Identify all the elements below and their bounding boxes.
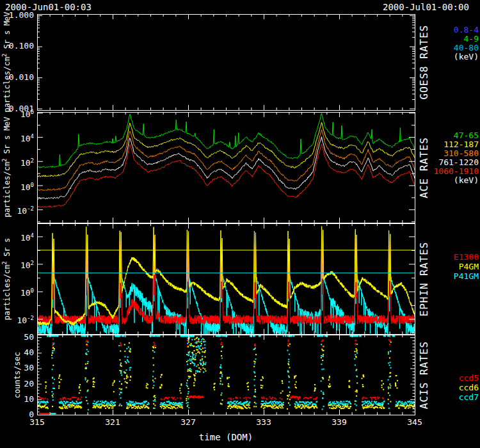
ace-legend-item-2: 310-580 — [396, 149, 479, 158]
goes8-legend-item-2: 40-80 — [396, 44, 479, 52]
x-tick-4: 339 — [326, 418, 352, 427]
ephin-legend-item-2: P41GM — [396, 271, 479, 281]
ace-ytick-1: 104 — [0, 132, 34, 143]
ephin-ytick-1: 102 — [0, 259, 34, 270]
ephin-ytick-0: 104 — [0, 231, 34, 243]
ace-legend-item-0: 47-65 — [396, 131, 479, 140]
goes8-ytick-1: 0.100 — [0, 42, 34, 51]
legend-goes8: 0.8-44-940-80(keV) — [396, 26, 479, 61]
legend-acis: ccd5ccd6ccd7 — [396, 373, 479, 402]
ace-ytick-3: 100 — [0, 180, 34, 192]
acis-scatter — [36, 335, 415, 414]
acis-legend-item-2: ccd7 — [396, 392, 479, 402]
goes8-ytick-2: 0.010 — [0, 73, 34, 82]
acis-ytick-2: 30 — [0, 364, 34, 372]
ephin-legend-item-0: E1300 — [396, 252, 479, 262]
acis-ytick-1: 40 — [0, 348, 34, 357]
x-tick-5: 345 — [402, 418, 428, 427]
x-axis-title: time (DOM) — [181, 432, 271, 442]
right-title: 2000-Jul01-00:00 — [383, 2, 469, 12]
ephin-ytick-3: 10-2 — [0, 314, 34, 325]
ephin-ytick-2: 100 — [0, 286, 34, 298]
ace-ytick-4: 10-2 — [0, 204, 34, 216]
x-tick-0: 315 — [24, 418, 50, 427]
legend-ephin: E1300P4GMP41GM — [396, 252, 479, 281]
ace-legend-item-4: 1060-1910 — [396, 167, 479, 176]
x-tick-3: 333 — [251, 418, 276, 427]
data-layer — [36, 113, 415, 414]
x-tick-1: 321 — [100, 418, 125, 427]
acis-ytick-0: 50 — [0, 333, 34, 342]
goes8-legend-item-1: 4-9 — [396, 35, 479, 44]
goes8-ytick-0: 1.000 — [0, 11, 34, 20]
ylabel-acis: counts/sec — [13, 352, 22, 398]
ace-legend-item-1: 112-187 — [396, 140, 479, 149]
acis-ytick-4: 10 — [0, 395, 34, 404]
goes8-legend-item-0: 0.8-4 — [396, 26, 479, 35]
ace-legend-item-3: 761-1220 — [396, 158, 479, 167]
axes-layer — [37, 14, 415, 415]
acis-ytick-3: 20 — [0, 380, 34, 388]
acis-legend-item-1: ccd6 — [396, 383, 479, 392]
chandra-radiation-plot: 2000-Jun01-00:03 2000-Jul01-00:00 partic… — [0, 0, 480, 448]
ace-legend-item-5: (keV) — [396, 176, 479, 185]
legend-ace: 47-65112-187310-580761-12201060-1910(keV… — [396, 131, 479, 185]
ace-ytick-0: 106 — [0, 108, 34, 119]
goes8-legend-item-3: (keV) — [396, 52, 479, 61]
acis-legend-item-0: ccd5 — [396, 373, 479, 383]
ace-ytick-2: 102 — [0, 156, 34, 168]
ephin-legend-item-1: P4GM — [396, 262, 479, 271]
ylabel-ephin: particles/cm2 Sr s — [1, 238, 12, 320]
ylabel-goes8: particles/cm2 Sr s MeV — [1, 12, 12, 112]
x-tick-2: 327 — [175, 418, 201, 427]
